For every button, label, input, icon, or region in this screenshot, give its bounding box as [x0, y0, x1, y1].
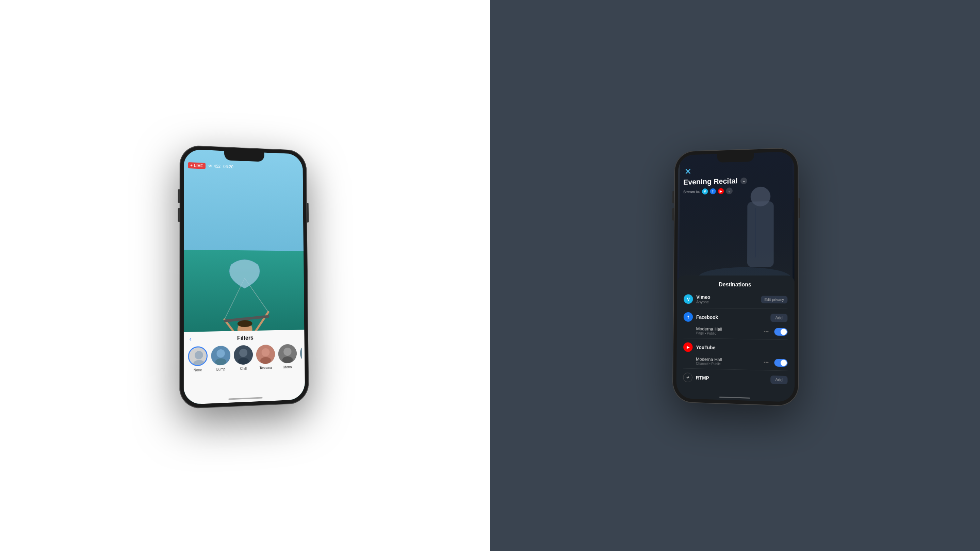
notch [224, 151, 264, 162]
svg-point-27 [300, 344, 302, 363]
filter-mono-circle[interactable] [278, 344, 297, 363]
rtmp-add-button[interactable]: Add [770, 375, 788, 384]
facebook-icon: f [684, 312, 693, 322]
yt-moderna-info: Moderna Hall Channel • Public [696, 356, 760, 367]
filter-none-label: None [194, 368, 202, 372]
svg-rect-31 [679, 152, 792, 281]
vimeo-destination: V Vimeo Anyone Edit privacy [677, 292, 795, 307]
destinations-panel: Destinations V Vimeo Anyone Edit privacy… [676, 275, 795, 402]
fb-moderna-sub: Page • Public [696, 331, 760, 336]
right-vol-up-button [672, 191, 674, 203]
filter-toscana-circle[interactable] [256, 345, 275, 364]
fb-moderna-info: Moderna Hall Page • Public [696, 326, 760, 336]
rtmp-icon: ⇄ [683, 372, 692, 382]
filter-chill-circle[interactable] [234, 345, 253, 365]
performer-background [677, 152, 794, 281]
filter-toscana-label: Toscana [259, 366, 272, 370]
close-button[interactable] [683, 167, 692, 176]
phone-right: Evening Recital ⌄ Stream to: V f ▶ ⌄ Des… [672, 147, 799, 407]
right-notch [717, 153, 754, 163]
divider-1 [684, 308, 788, 309]
vimeo-platform-icon: V [702, 189, 708, 195]
left-screen: + LIVE 👁 452 06:20 ‹ Filters [184, 149, 305, 404]
back-arrow-icon[interactable]: ‹ [189, 335, 192, 343]
facebook-info: Facebook [696, 314, 767, 321]
filter-none-circle[interactable] [188, 346, 208, 366]
vimeo-action: Edit privacy [761, 295, 788, 303]
vimeo-info: Vimeo Anyone [696, 294, 757, 304]
live-badge: + LIVE [188, 162, 205, 169]
rtmp-name: RTMP [696, 375, 767, 382]
filters-header: ‹ Filters [186, 333, 302, 342]
filters-title: Filters [237, 335, 253, 341]
filter-mono-label: Mono [283, 365, 292, 369]
facebook-action: Add [770, 314, 788, 322]
youtube-platform-icon: ▶ [718, 188, 724, 194]
youtube-destination: ▶ YouTube [677, 340, 795, 357]
youtube-info: YouTube [696, 345, 788, 352]
vol-down-button [178, 208, 180, 222]
filter-mono[interactable]: Mono [278, 344, 297, 369]
phone-left: + LIVE 👁 452 06:20 ‹ Filters [179, 145, 309, 409]
svg-rect-32 [747, 202, 774, 267]
facebook-add-button[interactable]: Add [770, 314, 788, 322]
filter-bump[interactable]: Bump [211, 346, 231, 372]
live-time: 06:20 [223, 164, 234, 169]
facebook-moderna-hall: Moderna Hall Page • Public ••• [677, 324, 795, 338]
right-vol-down-button [672, 208, 674, 221]
eye-icon: 👁 [208, 164, 212, 168]
vol-up-button [178, 189, 180, 203]
left-panel: + LIVE 👁 452 06:20 ‹ Filters [0, 0, 490, 551]
fb-moderna-toggle[interactable] [774, 328, 788, 336]
filter-none[interactable]: None [188, 346, 208, 372]
right-screen: Evening Recital ⌄ Stream to: V f ▶ ⌄ Des… [676, 152, 795, 402]
right-power-button [799, 198, 800, 218]
destinations-header: Destinations [677, 275, 795, 292]
filter-chill-label: Chill [240, 367, 247, 371]
yt-moderna-toggle[interactable] [774, 359, 788, 367]
filter-row: None Bump Chill [186, 344, 302, 372]
stream-title-area: Evening Recital ⌄ Stream to: V f ▶ ⌄ [683, 176, 789, 195]
filter-bump-label: Bump [216, 367, 226, 372]
youtube-icon: ▶ [683, 342, 693, 352]
home-bar-left [228, 397, 262, 400]
home-bar-right [719, 397, 750, 399]
youtube-moderna-hall: Moderna Hall Channel • Public ••• [676, 354, 795, 369]
fb-more-options-icon[interactable]: ••• [764, 329, 769, 334]
performer-svg [677, 152, 794, 281]
power-button [307, 203, 309, 222]
filters-section: ‹ Filters None Bump [184, 330, 305, 404]
rtmp-action: Add [770, 375, 788, 384]
viewers-count: 👁 452 [208, 164, 221, 169]
filter-draw-circle[interactable] [300, 344, 302, 363]
title-chevron-icon[interactable]: ⌄ [740, 178, 747, 184]
filter-bump-circle[interactable] [211, 346, 231, 366]
vimeo-privacy: Anyone [696, 300, 757, 304]
filter-toscana[interactable]: Toscana [256, 345, 275, 370]
vimeo-icon: V [684, 294, 693, 304]
filter-draw[interactable]: Draw [300, 344, 302, 369]
yt-more-options-icon[interactable]: ••• [764, 359, 769, 365]
edit-privacy-button[interactable]: Edit privacy [761, 295, 788, 303]
facebook-destination: f Facebook Add [677, 310, 795, 326]
right-panel: Evening Recital ⌄ Stream to: V f ▶ ⌄ Des… [490, 0, 980, 551]
rtmp-destination: ⇄ RTMP Add [676, 370, 795, 388]
facebook-name: Facebook [696, 314, 767, 321]
youtube-name: YouTube [696, 345, 788, 352]
stream-to-chevron-icon[interactable]: ⌄ [726, 187, 733, 194]
vimeo-name: Vimeo [696, 294, 757, 300]
facebook-platform-icon: f [710, 188, 716, 194]
filter-chill[interactable]: Chill [234, 345, 253, 371]
rtmp-info: RTMP [696, 375, 767, 382]
